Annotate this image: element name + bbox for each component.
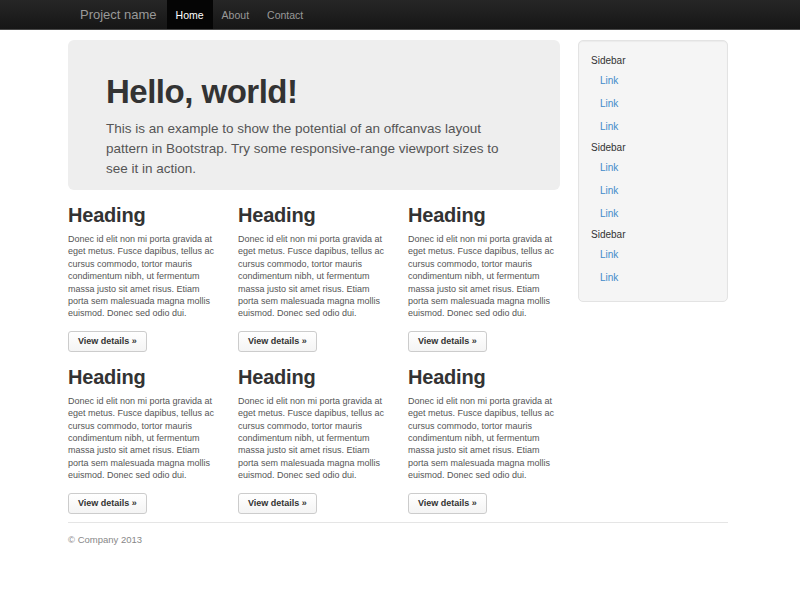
navbar-link-home[interactable]: Home (167, 0, 213, 29)
card-body-text: Donec id elit non mi porta gravida at eg… (408, 395, 560, 482)
card-body-text: Donec id elit non mi porta gravida at eg… (238, 233, 390, 320)
jumbotron-title: Hello, world! (106, 74, 522, 110)
card-2-1: HeadingDonec id elit non mi porta gravid… (68, 352, 220, 514)
sidebar-link-1-3[interactable]: Link (591, 115, 715, 138)
navbar-item-about: About (213, 0, 258, 29)
card-heading: Heading (408, 204, 560, 227)
navbar-item-home: Home (167, 0, 213, 29)
card-heading: Heading (408, 366, 560, 389)
card-heading: Heading (238, 204, 390, 227)
copyright-text: © Company 2013 (68, 534, 728, 545)
view-details-button[interactable]: View details » (68, 493, 147, 514)
card-heading: Heading (68, 204, 220, 227)
card-body-text: Donec id elit non mi porta gravida at eg… (68, 233, 220, 320)
card-body-text: Donec id elit non mi porta gravida at eg… (408, 233, 560, 320)
card-body-text: Donec id elit non mi porta gravida at eg… (68, 395, 220, 482)
sidebar-link-2-1[interactable]: Link (591, 156, 715, 179)
sidebar-group-heading-1: Sidebar (591, 51, 715, 69)
sidebar-link-3-1[interactable]: Link (591, 243, 715, 266)
brand-link[interactable]: Project name (80, 0, 157, 29)
main-column: Hello, world! This is an example to show… (68, 40, 560, 514)
card-2-2: HeadingDonec id elit non mi porta gravid… (238, 352, 390, 514)
card-1-1: HeadingDonec id elit non mi porta gravid… (68, 190, 220, 352)
view-details-button[interactable]: View details » (238, 493, 317, 514)
navbar-item-contact: Contact (258, 0, 312, 29)
view-details-button[interactable]: View details » (68, 331, 147, 352)
sidebar: SidebarLinkLinkLinkSidebarLinkLinkLinkSi… (578, 40, 728, 302)
navbar-link-contact[interactable]: Contact (258, 0, 312, 29)
sidebar-group-heading-3: Sidebar (591, 225, 715, 243)
card-2-3: HeadingDonec id elit non mi porta gravid… (408, 352, 560, 514)
navbar-menu: HomeAboutContact (167, 0, 313, 29)
sidebar-link-2-2[interactable]: Link (591, 179, 715, 202)
sidebar-link-3-2[interactable]: Link (591, 266, 715, 289)
view-details-button[interactable]: View details » (408, 331, 487, 352)
card-body-text: Donec id elit non mi porta gravida at eg… (238, 395, 390, 482)
card-heading: Heading (238, 366, 390, 389)
sidebar-group-heading-2: Sidebar (591, 138, 715, 156)
jumbotron: Hello, world! This is an example to show… (68, 40, 560, 190)
view-details-button[interactable]: View details » (408, 493, 487, 514)
content-row: Hello, world! This is an example to show… (68, 40, 728, 514)
navbar: Project name HomeAboutContact (0, 0, 800, 30)
card-1-2: HeadingDonec id elit non mi porta gravid… (238, 190, 390, 352)
sidebar-link-1-2[interactable]: Link (591, 92, 715, 115)
sidebar-column: SidebarLinkLinkLinkSidebarLinkLinkLinkSi… (578, 40, 728, 302)
sidebar-link-2-3[interactable]: Link (591, 202, 715, 225)
cards-row-1: HeadingDonec id elit non mi porta gravid… (68, 190, 560, 352)
navbar-link-about[interactable]: About (213, 0, 258, 29)
cards-row-2: HeadingDonec id elit non mi porta gravid… (68, 352, 560, 514)
view-details-button[interactable]: View details » (238, 331, 317, 352)
card-1-3: HeadingDonec id elit non mi porta gravid… (408, 190, 560, 352)
jumbotron-description: This is an example to show the potential… (106, 119, 522, 179)
page-container: Hello, world! This is an example to show… (68, 30, 728, 565)
card-heading: Heading (68, 366, 220, 389)
footer: © Company 2013 (68, 522, 728, 565)
cards-area: HeadingDonec id elit non mi porta gravid… (68, 190, 560, 514)
sidebar-link-1-1[interactable]: Link (591, 69, 715, 92)
